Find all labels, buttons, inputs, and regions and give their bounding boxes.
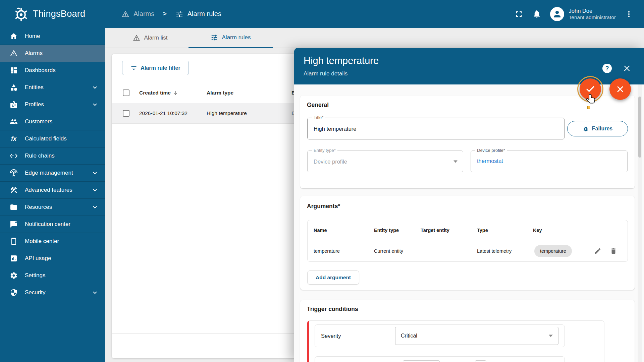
profiles-icon bbox=[10, 101, 18, 109]
condition-row-partial bbox=[315, 356, 565, 362]
title-field-label: Title* bbox=[312, 115, 325, 120]
chevron-down-icon bbox=[92, 101, 98, 108]
sort-desc-icon bbox=[173, 90, 178, 96]
bug-icon bbox=[583, 126, 589, 132]
column-alarm-type: Alarm type bbox=[207, 90, 233, 96]
sidebar-item-notification-center[interactable]: Notification center bbox=[0, 216, 105, 233]
arg-column-target-entity: Target entity bbox=[421, 228, 449, 233]
sidebar-item-calculated-fields[interactable]: fx Calculated fields bbox=[0, 130, 105, 147]
arguments-card: Arguments* Name Entity type Target entit… bbox=[300, 196, 635, 290]
delete-trash-icon[interactable] bbox=[610, 247, 617, 255]
user-info[interactable]: John Doe Tenant administrator bbox=[569, 7, 616, 21]
kebab-menu-icon[interactable] bbox=[625, 10, 633, 18]
sidebar-item-dashboards[interactable]: Dashboards bbox=[0, 62, 105, 79]
general-heading: General bbox=[307, 102, 329, 109]
arguments-table: Name Entity type Target entity Type Key … bbox=[307, 220, 628, 262]
help-button[interactable]: ? bbox=[602, 64, 612, 73]
home-icon bbox=[10, 32, 18, 40]
chevron-down-icon bbox=[92, 84, 98, 91]
sidebar-item-alarms[interactable]: Alarms bbox=[0, 45, 105, 62]
sidebar-item-resources[interactable]: Resources bbox=[0, 199, 105, 216]
select-all-checkbox[interactable] bbox=[123, 89, 129, 96]
tab-alarm-rules[interactable]: Alarm rules bbox=[189, 28, 273, 48]
row-checkbox[interactable] bbox=[123, 110, 129, 117]
click-indicator bbox=[587, 106, 590, 109]
arguments-header-row: Name Entity type Target entity Type Key bbox=[308, 220, 628, 240]
arguments-heading: Arguments* bbox=[307, 203, 340, 210]
arg-cell-entity-type: Current entity bbox=[374, 248, 403, 254]
cancel-button[interactable] bbox=[609, 78, 631, 100]
fullscreen-icon[interactable] bbox=[514, 9, 524, 19]
condition-field-partial[interactable] bbox=[403, 360, 440, 362]
severity-select[interactable]: Critical bbox=[395, 327, 558, 345]
panel-title: High temperature bbox=[304, 55, 379, 66]
edge-management-icon bbox=[10, 169, 18, 177]
breadcrumb-alarms[interactable]: Alarms bbox=[133, 10, 154, 18]
alarms-breadcrumb-icon bbox=[121, 10, 129, 18]
title-field[interactable]: Title* bbox=[307, 118, 565, 139]
sidebar-item-label: Calculated fields bbox=[25, 135, 67, 142]
check-icon bbox=[585, 84, 595, 94]
user-avatar[interactable] bbox=[550, 7, 564, 21]
alarm-rule-filter-button[interactable]: Alarm rule filter bbox=[122, 61, 189, 75]
device-profile-link[interactable]: thermostat bbox=[477, 158, 503, 165]
column-label: Created time bbox=[139, 90, 171, 96]
sidebar-item-edge-management[interactable]: Edge management bbox=[0, 165, 105, 182]
sidebar-item-api-usage[interactable]: API usage bbox=[0, 250, 105, 267]
sidebar-item-label: Dashboards bbox=[25, 67, 56, 74]
user-role: Tenant administrator bbox=[569, 14, 616, 20]
breadcrumb-separator: > bbox=[163, 10, 167, 17]
add-argument-button[interactable]: Add argument bbox=[307, 270, 359, 285]
trigger-condition-block: Severity Critical bbox=[307, 320, 604, 362]
sidebar-item-mobile-center[interactable]: Mobile center bbox=[0, 233, 105, 250]
column-created-time[interactable]: Created time bbox=[139, 90, 178, 96]
panel-scrollbar-thumb[interactable] bbox=[638, 97, 641, 158]
tab-alarm-list[interactable]: Alarm list bbox=[112, 28, 189, 48]
dashboards-icon bbox=[10, 66, 18, 74]
sidebar-item-settings[interactable]: Settings bbox=[0, 267, 105, 284]
sidebar-item-security[interactable]: Security bbox=[0, 284, 105, 301]
sidebar-item-entities[interactable]: Entities bbox=[0, 79, 105, 96]
panel-scrollbar-track[interactable] bbox=[638, 84, 642, 362]
resources-icon bbox=[10, 203, 18, 211]
person-icon bbox=[552, 9, 562, 19]
sidebar-item-customers[interactable]: Customers bbox=[0, 113, 105, 130]
severity-label: Severity bbox=[321, 333, 341, 339]
chevron-down-icon bbox=[92, 204, 98, 210]
sidebar-item-label: Resources bbox=[25, 204, 52, 210]
severity-value: Critical bbox=[401, 333, 417, 339]
entity-type-select: Entity type* Device profile bbox=[307, 150, 463, 172]
user-name: John Doe bbox=[569, 7, 616, 14]
alarm-rules-tab-icon bbox=[211, 34, 218, 41]
sidebar-item-label: Alarms bbox=[25, 50, 43, 57]
edit-pencil-icon[interactable] bbox=[594, 247, 601, 255]
arg-column-key: Key bbox=[533, 228, 542, 233]
sidebar-item-label: Notification center bbox=[25, 221, 70, 228]
entity-type-label: Entity type* bbox=[312, 148, 337, 153]
title-input[interactable] bbox=[314, 125, 532, 132]
sidebar-item-home[interactable]: Home bbox=[0, 28, 105, 45]
sidebar-item-advanced-features[interactable]: Advanced features bbox=[0, 182, 105, 199]
sidebar-item-label: Customers bbox=[25, 118, 52, 125]
sidebar-item-rule-chains[interactable]: Rule chains bbox=[0, 147, 105, 165]
filter-icon bbox=[130, 65, 137, 71]
trigger-conditions-heading: Trigger conditions bbox=[307, 306, 358, 313]
apply-button[interactable] bbox=[580, 78, 601, 100]
argument-row: temperature Current entity Latest teleme… bbox=[308, 240, 628, 262]
alarm-rule-details-panel: High temperature Alarm rule details ? Ge… bbox=[294, 48, 644, 362]
breadcrumb-alarm-rules: Alarm rules bbox=[187, 10, 221, 18]
entity-type-value: Device profile bbox=[314, 158, 446, 165]
sidebar-item-label: Rule chains bbox=[25, 153, 55, 159]
sidebar-item-profiles[interactable]: Profiles bbox=[0, 96, 105, 113]
notifications-bell-icon[interactable] bbox=[532, 9, 541, 18]
logo-text: ThingsBoard bbox=[33, 9, 85, 19]
general-card: General Title* Failures Entity type* Dev… bbox=[300, 96, 635, 188]
close-icon[interactable] bbox=[623, 64, 631, 72]
column-label: Alarm type bbox=[207, 90, 233, 96]
thingsboard-logo[interactable]: ThingsBoard bbox=[0, 6, 105, 22]
security-icon bbox=[10, 289, 18, 297]
condition-field-partial[interactable] bbox=[475, 360, 486, 362]
failures-button[interactable]: Failures bbox=[567, 121, 628, 136]
sidebar-item-label: Home bbox=[25, 33, 40, 40]
arg-column-entity-type: Entity type bbox=[374, 228, 399, 233]
